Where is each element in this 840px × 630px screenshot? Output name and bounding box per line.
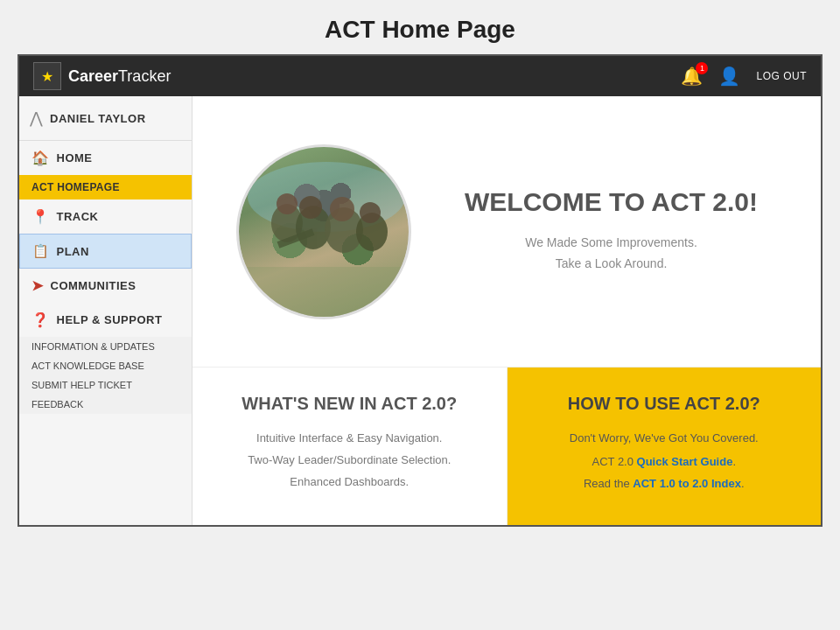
- plan-icon: 📋: [32, 243, 50, 259]
- user-section: ⋀ DANIEL TAYLOR: [19, 96, 192, 141]
- page-title: ACT Home Page: [325, 0, 515, 54]
- sidebar-item-track[interactable]: 📍 TRACK: [19, 200, 192, 234]
- content-area: WELCOME TO ACT 2.0! We Made Some Improve…: [192, 96, 821, 525]
- sidebar-home-label: HOME: [57, 151, 93, 164]
- logo-career: Career: [68, 67, 118, 85]
- notification-bell-icon[interactable]: 🔔 1: [681, 66, 703, 87]
- sidebar: ⋀ DANIEL TAYLOR 🏠 HOME ACT HOMEPAGE 📍 TR…: [19, 96, 192, 525]
- card-right-line1: ACT 2.0 Quick Start Guide.: [592, 455, 737, 468]
- sidebar-item-communities[interactable]: ➤ COMMUNITIES: [19, 269, 192, 303]
- card-right-line1-text: ACT 2.0: [592, 455, 637, 468]
- sidebar-item-plan[interactable]: 📋 PLAN: [19, 234, 192, 269]
- main-layout: ⋀ DANIEL TAYLOR 🏠 HOME ACT HOMEPAGE 📍 TR…: [19, 96, 821, 525]
- svg-point-8: [330, 197, 354, 221]
- home-icon: 🏠: [32, 150, 50, 166]
- help-icon: ❓: [32, 312, 50, 328]
- sidebar-item-act-homepage[interactable]: ACT HOMEPAGE: [19, 175, 192, 200]
- sidebar-sub-info-updates[interactable]: INFORMATION & UPDATES: [19, 337, 192, 356]
- sidebar-sub-feedback[interactable]: FEEDBACK: [19, 395, 192, 414]
- card-left-item-2: Two-Way Leader/Subordinate Selection.: [248, 453, 451, 466]
- sidebar-help-label: HELP & SUPPORT: [57, 313, 163, 326]
- communities-icon: ➤: [32, 277, 44, 294]
- card-right-intro: Don't Worry, We've Got You Covered.: [570, 431, 759, 444]
- card-how-to-use: HOW TO USE ACT 2.0? Don't Worry, We've G…: [508, 368, 822, 525]
- logo-text: CareerTracker: [68, 67, 171, 86]
- app-frame: ★ CareerTracker 🔔 1 👤 LOG OUT ⋀ DANIEL T…: [18, 54, 822, 527]
- act-index-link[interactable]: ACT 1.0 to 2.0 Index: [633, 477, 741, 490]
- card-right-line1-end: .: [732, 455, 736, 468]
- sidebar-track-label: TRACK: [57, 210, 99, 223]
- card-right-line2: Read the ACT 1.0 to 2.0 Index.: [584, 477, 745, 490]
- sidebar-item-help[interactable]: ❓ HELP & SUPPORT: [19, 303, 192, 337]
- sidebar-communities-label: COMMUNITIES: [51, 279, 136, 292]
- topbar: ★ CareerTracker 🔔 1 👤 LOG OUT: [19, 56, 821, 96]
- cards-section: WHAT'S NEW IN ACT 2.0? Intuitive Interfa…: [192, 368, 821, 525]
- card-left-item-3: Enhanced Dashboards.: [290, 475, 409, 488]
- sidebar-sub-submit-ticket[interactable]: SUBMIT HELP TICKET: [19, 375, 192, 395]
- notification-badge: 1: [696, 62, 708, 74]
- military-photo: [239, 144, 409, 319]
- svg-point-10: [360, 202, 381, 223]
- svg-point-6: [299, 196, 322, 219]
- logo-container: ★ CareerTracker: [33, 62, 171, 90]
- sidebar-plan-label: PLAN: [57, 245, 89, 258]
- hero-section: WELCOME TO ACT 2.0! We Made Some Improve…: [192, 96, 821, 368]
- card-whats-new: WHAT'S NEW IN ACT 2.0? Intuitive Interfa…: [192, 368, 508, 525]
- sidebar-sub-knowledge-base[interactable]: ACT KNOWLEDGE BASE: [19, 356, 192, 375]
- user-profile-icon[interactable]: 👤: [718, 66, 740, 87]
- card-left-item-1: Intuitive Interface & Easy Navigation.: [256, 431, 442, 444]
- card-right-title: HOW TO USE ACT 2.0?: [568, 394, 760, 414]
- svg-point-4: [276, 193, 298, 214]
- user-name: DANIEL TAYLOR: [50, 112, 146, 125]
- hero-text: WELCOME TO ACT 2.0! We Made Some Improve…: [445, 186, 778, 277]
- logo-tracker: Tracker: [118, 67, 171, 85]
- svg-rect-2: [239, 267, 411, 319]
- user-chevron-icon: ⋀: [30, 108, 43, 128]
- hero-line1: We Made Some Improvements.: [445, 235, 778, 249]
- topbar-icons: 🔔 1 👤 LOG OUT: [681, 66, 807, 87]
- sidebar-item-home[interactable]: 🏠 HOME: [19, 141, 192, 175]
- logout-button[interactable]: LOG OUT: [756, 70, 807, 82]
- hero-line2: Take a Look Around.: [445, 256, 778, 270]
- card-right-line2-end: .: [741, 477, 745, 490]
- soldier-svg: [239, 144, 411, 319]
- hero-title: WELCOME TO ACT 2.0!: [445, 186, 778, 218]
- track-icon: 📍: [32, 208, 50, 225]
- card-right-line2-text: Read the: [584, 477, 633, 490]
- hero-image: [236, 144, 411, 319]
- quick-start-guide-link[interactable]: Quick Start Guide: [637, 455, 733, 468]
- card-left-title: WHAT'S NEW IN ACT 2.0?: [242, 394, 457, 414]
- army-star-icon: ★: [33, 62, 61, 90]
